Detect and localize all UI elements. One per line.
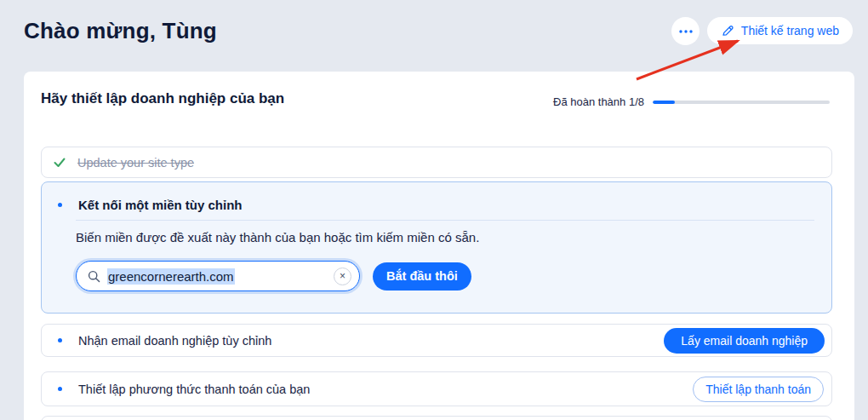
task-row-partial[interactable]	[41, 416, 832, 420]
setup-progress: Đã hoàn thành 1/8	[553, 95, 830, 108]
progress-bar-fill	[653, 101, 675, 104]
clear-input-button[interactable]: ×	[334, 268, 351, 285]
check-icon	[54, 158, 66, 168]
task-business-email[interactable]: Nhận email doanh nghiệp tùy chỉnh Lấy em…	[41, 324, 832, 357]
pencil-icon	[721, 24, 734, 37]
task-connect-domain: Kết nối một miền tùy chỉnh Biến miền đượ…	[41, 181, 832, 314]
task-label: Update your site type	[77, 156, 194, 170]
domain-input-value: greencornerearth.com	[107, 268, 235, 285]
task-label: Nhận email doanh nghiệp tùy chỉnh	[78, 334, 271, 348]
setup-payments-button[interactable]: Thiết lập thanh toán	[693, 377, 824, 402]
get-business-email-button[interactable]: Lấy email doanh nghiệp	[664, 328, 825, 354]
bullet-icon	[58, 338, 62, 342]
task-connect-domain-header[interactable]: Kết nối một miền tùy chỉnh	[54, 198, 243, 212]
ellipsis-icon	[678, 29, 694, 34]
progress-bar	[653, 101, 830, 104]
setup-checklist-card: Hãy thiết lập doanh nghiệp của bạn Đã ho…	[24, 72, 854, 420]
progress-label: Đã hoàn thành 1/8	[553, 95, 644, 108]
design-site-button-label: Thiết kế trang web	[741, 24, 839, 37]
design-site-button[interactable]: Thiết kế trang web	[707, 17, 853, 44]
domain-search-input[interactable]: greencornerearth.com ×	[76, 261, 360, 291]
page-title: Chào mừng, Tùng	[24, 18, 217, 44]
divider	[76, 220, 814, 221]
task-label: Kết nối một miền tùy chỉnh	[78, 198, 243, 212]
domain-search-row: greencornerearth.com × Bắt đầu thôi	[76, 261, 471, 291]
setup-title: Hãy thiết lập doanh nghiệp của bạn	[41, 90, 284, 107]
more-options-button[interactable]	[671, 17, 700, 45]
start-domain-button[interactable]: Bắt đầu thôi	[373, 262, 471, 291]
bullet-icon	[58, 387, 62, 391]
task-label: Thiết lập phương thức thanh toán của bạn	[78, 383, 310, 396]
task-update-site-type[interactable]: Update your site type	[41, 147, 832, 178]
task-setup-payments[interactable]: Thiết lập phương thức thanh toán của bạn…	[41, 371, 832, 406]
close-icon: ×	[340, 271, 345, 281]
bullet-icon	[58, 203, 62, 207]
task-description: Biến miền được đề xuất này thành của bạn…	[76, 230, 479, 245]
search-icon	[88, 270, 100, 283]
